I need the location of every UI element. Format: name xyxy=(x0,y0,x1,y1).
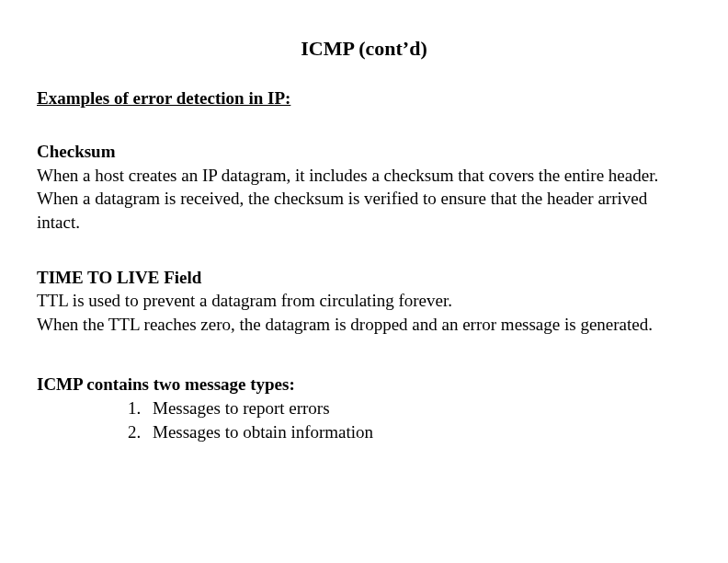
message-types-heading: ICMP contains two message types: xyxy=(37,373,691,396)
ttl-body-line2: When the TTL reaches zero, the datagram … xyxy=(37,313,691,337)
slide: ICMP (cont’d) Examples of error detectio… xyxy=(0,0,728,480)
ttl-heading: TIME TO LIVE Field xyxy=(37,266,691,290)
ttl-block: TIME TO LIVE Field TTL is used to preven… xyxy=(37,266,691,337)
ttl-body-line1: TTL is used to prevent a datagram from c… xyxy=(37,289,691,313)
slide-title: ICMP (cont’d) xyxy=(37,37,691,61)
list-item: Messages to report errors xyxy=(145,396,691,420)
checksum-block: Checksum When a host creates an IP datag… xyxy=(37,140,691,235)
message-types-block: ICMP contains two message types: Message… xyxy=(37,373,691,443)
checksum-body: When a host creates an IP datagram, it i… xyxy=(37,164,691,235)
list-item: Messages to obtain information xyxy=(145,420,691,444)
checksum-heading: Checksum xyxy=(37,140,691,164)
message-types-list: Messages to report errors Messages to ob… xyxy=(37,396,691,443)
section-heading: Examples of error detection in IP: xyxy=(37,88,691,109)
